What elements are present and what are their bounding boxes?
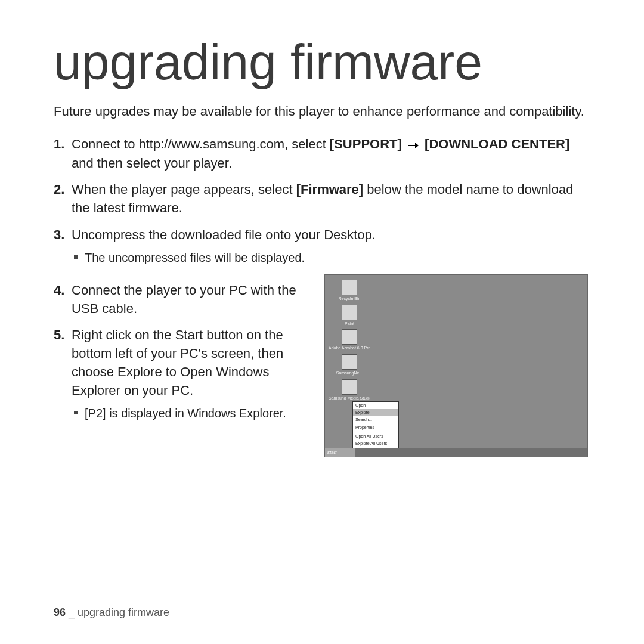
step-1-text-post: and then select your player.	[72, 156, 232, 171]
desktop-icons: Recycle Bin Paint Adobe Acrobat 6.0 Prof…	[329, 280, 376, 404]
arrow-icon	[408, 136, 419, 154]
step-5-sub: [P2] is displayed in Windows Explorer.	[85, 405, 310, 422]
menu-properties[interactable]: Properties	[353, 424, 398, 431]
step-4-text: Connect the player to your PC with the U…	[72, 283, 296, 316]
step-1-download-center: [DOWNLOAD CENTER]	[425, 137, 569, 151]
step-3-sub: The uncompressed files will be displayed…	[85, 249, 590, 266]
icon-acrobat: Adobe Acrobat 6.0 Professi...	[329, 329, 370, 351]
menu-search[interactable]: Search...	[353, 416, 398, 423]
icon-media-studio: Samsung Media Studio	[329, 379, 370, 401]
step-1-text-pre: Connect to http://www.samsung.com, selec…	[72, 137, 330, 151]
icon-recycle-bin: Recycle Bin	[329, 280, 370, 301]
two-column-row: Connect the player to your PC with the U…	[54, 274, 590, 457]
page-number: 96	[54, 606, 66, 618]
step-3-text: Uncompress the downloaded file onto your…	[72, 227, 376, 242]
step-3: Uncompress the downloaded file onto your…	[72, 226, 590, 266]
step-1-support: [SUPPORT]	[330, 137, 402, 151]
step-list: Connect to http://www.samsung.com, selec…	[54, 135, 590, 266]
icon-samsungne: SamsungNe...	[329, 354, 370, 376]
menu-open[interactable]: Open	[353, 402, 398, 409]
left-column: Connect the player to your PC with the U…	[54, 274, 310, 430]
footer-label: upgrading firmware	[78, 606, 169, 618]
step-4: Connect the player to your PC with the U…	[72, 281, 310, 318]
step-2-firmware: [Firmware]	[296, 182, 363, 197]
step-5-text: Right click on the Start button on the b…	[72, 327, 283, 397]
step-2-text-pre: When the player page appears, select	[72, 182, 296, 197]
menu-open-all[interactable]: Open All Users	[353, 433, 398, 440]
step-5: Right click on the Start button on the b…	[72, 326, 310, 421]
right-column: Recycle Bin Paint Adobe Acrobat 6.0 Prof…	[324, 274, 588, 457]
start-button[interactable]: start	[325, 448, 355, 457]
svg-marker-1	[415, 143, 419, 148]
step-2: When the player page appears, select [Fi…	[72, 181, 590, 218]
context-menu: Open Explore Search... Properties Open A…	[352, 401, 399, 448]
icon-paint: Paint	[329, 305, 370, 326]
intro-paragraph: Future upgrades may be available for thi…	[54, 102, 590, 121]
manual-page: upgrading firmware Future upgrades may b…	[0, 0, 644, 644]
footer-sep: _	[66, 606, 78, 618]
menu-separator	[353, 432, 398, 432]
page-footer: 96 _ upgrading firmware	[54, 606, 169, 619]
menu-explore[interactable]: Explore	[353, 409, 398, 416]
menu-explore-all[interactable]: Explore All Users	[353, 440, 398, 447]
page-title: upgrading firmware	[54, 36, 590, 92]
step-list-cont: Connect the player to your PC with the U…	[54, 281, 310, 422]
step-1: Connect to http://www.samsung.com, selec…	[72, 135, 590, 172]
taskbar: start	[325, 448, 587, 457]
desktop-screenshot: Recycle Bin Paint Adobe Acrobat 6.0 Prof…	[324, 274, 588, 457]
